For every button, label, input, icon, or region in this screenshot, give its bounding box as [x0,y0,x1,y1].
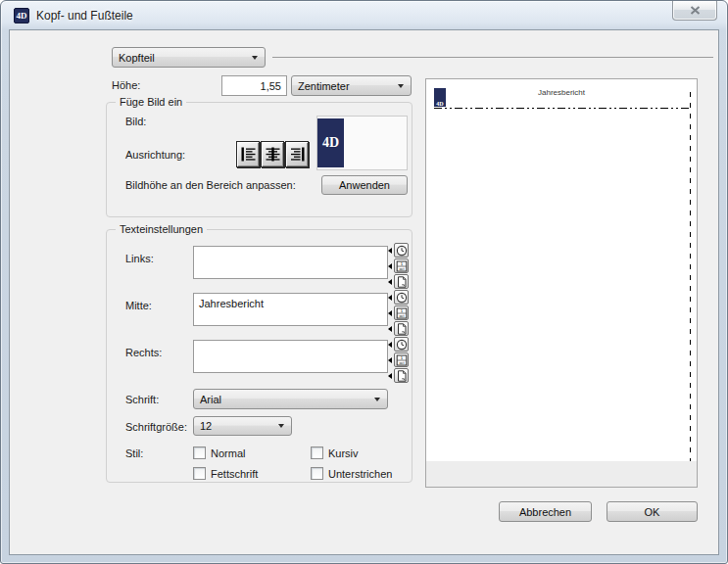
center-insert-time-button[interactable] [394,290,409,305]
font-label: Schrift: [125,394,159,405]
page-icon [396,323,408,335]
page-icon [396,276,408,288]
ok-button-label: OK [645,506,660,518]
center-field-label: Mitte: [125,300,152,311]
checkbox-italic[interactable] [311,446,323,459]
align-left-icon [240,146,257,163]
right-insert-time-button[interactable] [394,337,409,352]
font-size-label: Schriftgröße: [125,421,187,433]
checkbox-normal[interactable] [193,446,206,459]
dialog-client-area: Kopfteil Höhe: Zentimeter Füge Bild ein … [9,29,719,555]
right-text-input[interactable] [193,340,388,373]
insert-marker-icon [388,326,392,332]
page-icon [396,370,408,382]
font-size-value: 12 [200,420,212,432]
close-icon [690,6,701,15]
right-insert-page-number-button[interactable] [394,368,409,383]
checkbox-bold-label: Fettschrift [211,468,258,480]
checkbox-normal-label: Normal [211,447,245,459]
insert-marker-icon [388,295,392,301]
center-text-input[interactable]: Jahresbericht [193,293,388,326]
checkbox-italic-label: Kursiv [328,447,359,459]
align-right-button[interactable] [285,141,309,167]
left-insert-page-number-button[interactable] [394,274,409,289]
window-title: Kopf- und Fußteile [36,9,133,23]
insert-marker-icon [388,279,392,285]
image-label: Bild: [125,116,146,127]
chevron-down-icon [374,398,380,401]
insert-marker-icon [388,263,392,269]
top-separator [272,57,713,58]
text-settings-group-title: Texteinstellungen [116,223,207,235]
font-size-dropdown[interactable]: 12 [193,416,292,436]
insert-marker-icon [388,357,392,363]
calendar-icon [396,354,408,366]
apply-button-label: Anwenden [339,179,390,191]
section-selector-dropdown[interactable]: Kopfteil [112,47,266,68]
preview-page: 4D Jahresbericht [426,79,697,461]
chevron-down-icon [252,56,258,60]
checkbox-underline[interactable] [311,467,323,480]
align-center-button[interactable] [261,141,284,167]
align-center-icon [265,146,281,163]
close-button[interactable] [672,1,717,21]
fit-image-label: Bildhöhe an den Bereich anpassen: [125,179,296,191]
clock-icon [396,339,408,351]
style-label: Stil: [125,447,143,459]
preview-header-text: Jahresbericht [426,88,697,97]
dialog-window: 4D Kopf- und Fußteile Kopfteil Höhe: Zen… [0,0,728,564]
page-preview-pane: 4D Jahresbericht [425,78,698,488]
logo-image: 4D [317,118,344,167]
height-input[interactable] [221,75,287,96]
insert-marker-icon [388,373,392,379]
left-insert-date-button[interactable] [394,258,409,273]
clock-icon [396,292,408,304]
checkbox-bold[interactable] [193,467,206,480]
checkbox-underline-label: Unterstrichen [328,468,392,480]
section-selector-value: Kopfteil [119,52,155,64]
insert-marker-icon [388,248,392,254]
apply-button[interactable]: Anwenden [321,175,408,195]
unit-dropdown[interactable]: Zentimeter [291,75,412,96]
font-dropdown[interactable]: Arial [193,389,388,409]
chevron-down-icon [278,424,284,428]
ok-button[interactable]: OK [607,501,698,522]
chevron-down-icon [398,84,404,88]
app-4d-icon: 4D [14,8,29,24]
align-left-button[interactable] [236,141,260,167]
insert-marker-icon [388,342,392,348]
left-text-input[interactable] [193,246,388,279]
preview-header-boundary-line [434,108,690,109]
cancel-button[interactable]: Abbrechen [499,501,592,522]
insert-marker-icon [388,310,392,316]
left-insert-time-button[interactable] [394,243,409,258]
titlebar[interactable]: 4D Kopf- und Fußteile [1,1,727,29]
alignment-label: Ausrichtung: [125,149,185,161]
cancel-button-label: Abbrechen [519,506,571,518]
clock-icon [396,245,408,257]
center-insert-page-number-button[interactable] [394,321,409,336]
right-field-label: Rechts: [125,347,162,358]
font-value: Arial [200,394,221,405]
insert-image-group-title: Füge Bild ein [116,96,186,108]
right-insert-date-button[interactable] [394,352,409,367]
calendar-icon [396,307,408,319]
align-right-icon [289,146,306,163]
height-label: Höhe: [112,79,140,91]
unit-value: Zentimeter [298,80,350,92]
center-insert-date-button[interactable] [394,306,409,320]
calendar-icon [396,260,408,272]
left-field-label: Links: [125,253,154,264]
preview-margin-line [690,92,691,461]
